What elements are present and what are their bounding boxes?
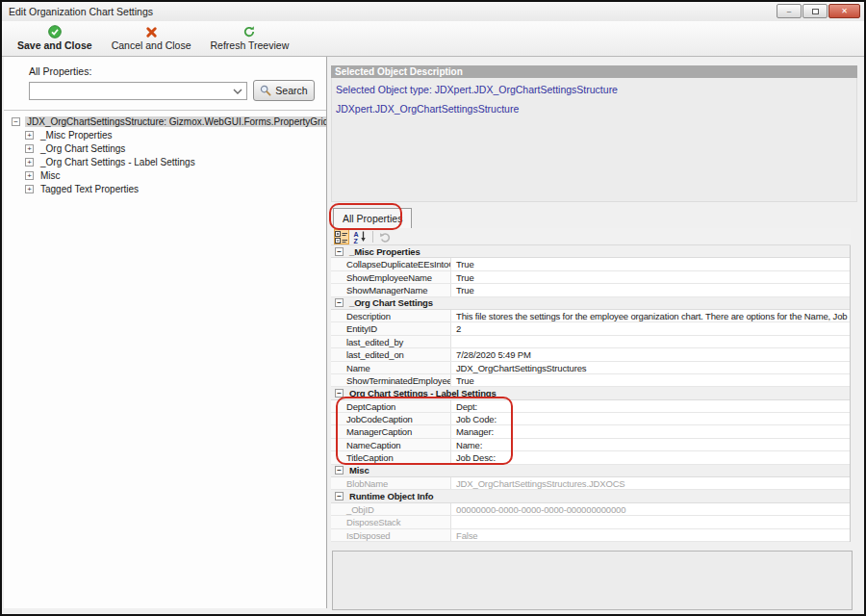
tree-item-tagged-text-properties[interactable]: +Tagged Text Properties [4,182,326,195]
tree-item-org-chart-settings[interactable]: +_Org Chart Settings [4,141,326,155]
property-name-cell[interactable]: NameCaption [331,439,451,450]
category-row-org-chart-settings-label-settings[interactable]: −Org Chart Settings - Label Settings [331,387,850,399]
cancel-and-close-button[interactable]: Cancel and Close [102,21,201,56]
tab-all-properties[interactable]: All Properties [333,208,412,228]
property-value-cell[interactable]: Name: [451,439,850,450]
property-row-entityid[interactable]: EntityID2 [331,322,850,335]
property-value-cell[interactable]: JDX_OrgChartSettingsStructures [451,362,850,373]
property-value-cell[interactable]: True [451,271,850,283]
property-name-cell[interactable]: JobCodeCaption [331,413,451,424]
property-row-showterminatedemployees[interactable]: ShowTerminatedEmployeesTrue [331,374,850,387]
tree-root-label: JDX_OrgChartSettingsStructure: Gizmox.We… [25,116,326,127]
property-value-cell[interactable]: Manager: [451,425,850,437]
alphabetical-sort-icon[interactable]: A Z [352,229,368,244]
property-row-showemployeename[interactable]: ShowEmployeeNameTrue [331,271,850,284]
property-name-cell[interactable]: ShowEmployeeName [331,271,451,283]
category-label: Org Chart Settings - Label Settings [349,387,497,399]
property-row-namecaption[interactable]: NameCaptionName: [331,439,850,451]
property-name-cell[interactable]: IsDisposed [331,529,451,541]
collapse-icon[interactable]: − [335,247,344,256]
property-name-cell[interactable]: CollapseDuplicateEEsIntoOne [331,258,451,270]
property-value-cell[interactable] [451,516,850,527]
search-button[interactable]: Search [253,80,315,101]
collapse-icon[interactable]: − [12,117,20,126]
property-name-cell[interactable]: EntityID [331,322,451,334]
categorized-icon[interactable] [334,229,349,244]
property-row-description[interactable]: DescriptionThis file stores the settings… [331,310,850,322]
property-value-cell[interactable]: JDX_OrgChartSettingsStructures.JDXOCS [451,477,850,489]
property-name-cell[interactable]: _ObjID [331,503,451,515]
property-row-last-edited-by[interactable]: last_edited_by [331,336,850,348]
minimize-button[interactable]: – [777,4,802,18]
tree-item-org-chart-settings-label-settings[interactable]: +_Org Chart Settings - Label Settings [4,155,326,168]
property-name-cell[interactable]: last_edited_by [331,336,451,347]
property-value-cell[interactable]: Job Desc: [451,451,850,463]
property-name-cell[interactable]: ShowTerminatedEmployees [331,374,451,386]
category-row-misc[interactable]: −Misc [331,465,850,477]
expand-icon[interactable]: + [25,185,34,193]
property-name-cell[interactable]: DeptCaption [331,400,451,412]
property-name-cell[interactable]: ManagerCaption [331,425,451,437]
category-row-misc-properties[interactable]: −_Misc Properties [331,245,850,258]
property-value-cell[interactable]: 7/28/2020 5:49 PM [451,348,850,360]
collapse-icon[interactable]: − [335,298,344,307]
expand-icon[interactable]: + [25,171,34,180]
property-value-cell[interactable]: 2 [451,322,850,334]
category-row-org-chart-settings[interactable]: −_Org Chart Settings [331,297,850,310]
filter-label: All Properties: [29,65,91,77]
expand-icon[interactable]: + [25,144,34,153]
property-row-titlecaption[interactable]: TitleCaptionJob Desc: [331,451,850,464]
tree-item-misc[interactable]: +Misc [4,168,326,182]
property-row-jobcodecaption[interactable]: JobCodeCaptionJob Code: [331,413,850,425]
collapse-icon[interactable]: − [335,466,344,475]
close-button[interactable]: ✕ [828,4,860,18]
property-grid-toolbar: A Z [331,228,851,245]
tree-children: +_Misc Properties+_Org Chart Settings+_O… [4,128,326,195]
property-name-cell[interactable]: BlobName [331,477,451,489]
undo-icon[interactable] [378,229,394,244]
property-row-collapseduplicateeesintoone[interactable]: CollapseDuplicateEEsIntoOneTrue [331,258,850,270]
property-row-deptcaption[interactable]: DeptCaptionDept: [331,400,850,413]
property-value-cell[interactable]: 00000000-0000-0000-0000-000000000000 [451,503,850,515]
property-name-cell[interactable]: Name [331,362,451,373]
property-value-cell[interactable] [451,336,850,347]
property-value-cell[interactable]: True [451,374,850,386]
save-check-icon [48,25,62,38]
tree-item-misc-properties[interactable]: +_Misc Properties [4,128,326,141]
dialog-window: Edit Organization Chart Settings – ✕ Sav… [0,0,866,616]
maximize-button[interactable] [802,4,828,18]
property-row-managercaption[interactable]: ManagerCaptionManager: [331,425,850,438]
category-label: _Org Chart Settings [349,297,433,310]
category-label: Runtime Object Info [349,490,433,502]
property-name-cell[interactable]: ShowManagerName [331,284,451,295]
property-row-blobname[interactable]: BlobNameJDX_OrgChartSettingsStructures.J… [331,477,850,490]
category-label: _Misc Properties [349,245,420,258]
selected-object-description-header: Selected Object Description [331,65,857,78]
property-row-disposestack[interactable]: DisposeStack [331,516,850,528]
property-value-cell[interactable]: True [451,258,850,270]
property-name-cell[interactable]: last_edited_on [331,348,451,360]
expand-icon[interactable]: + [25,131,34,140]
collapse-icon[interactable]: − [335,389,344,398]
properties-filter-combobox[interactable] [29,82,247,100]
property-name-cell[interactable]: Description [331,310,451,321]
tree-root-item[interactable]: − JDX_OrgChartSettingsStructure: Gizmox.… [4,115,326,128]
property-value-cell[interactable]: True [451,284,850,295]
refresh-treeview-button[interactable]: Refresh Treeview [201,21,299,56]
title-bar[interactable]: Edit Organization Chart Settings – ✕ [2,2,864,21]
property-row-isdisposed[interactable]: IsDisposedFalse [331,529,850,542]
expand-icon[interactable]: + [25,158,34,167]
collapse-icon[interactable]: − [335,492,344,500]
property-row-showmanagername[interactable]: ShowManagerNameTrue [331,284,850,296]
category-row-runtime-object-info[interactable]: −Runtime Object Info [331,490,850,502]
property-row-name[interactable]: NameJDX_OrgChartSettingsStructures [331,362,850,374]
property-name-cell[interactable]: DisposeStack [331,516,451,527]
property-row-last-edited-on[interactable]: last_edited_on7/28/2020 5:49 PM [331,348,850,361]
save-and-close-button[interactable]: Save and Close [8,21,102,56]
property-value-cell[interactable]: This file stores the settings for the em… [451,310,850,321]
property-value-cell[interactable]: Dept: [451,400,850,412]
property-row-objid[interactable]: _ObjID00000000-0000-0000-0000-0000000000… [331,503,850,516]
property-value-cell[interactable]: False [451,529,850,541]
property-name-cell[interactable]: TitleCaption [331,451,451,463]
property-value-cell[interactable]: Job Code: [451,413,850,424]
